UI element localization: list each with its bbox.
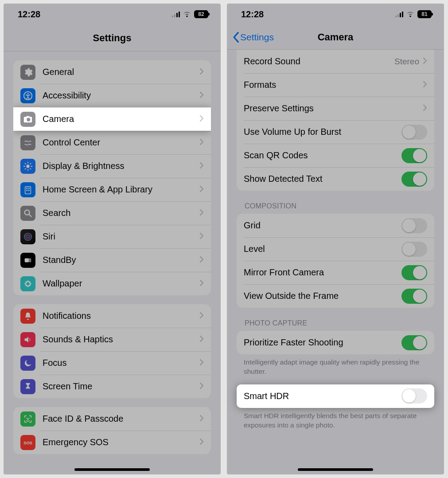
camera-row-outside-frame[interactable]: View Outside the Frame	[237, 284, 434, 308]
flower-icon	[20, 276, 35, 291]
settings-list[interactable]: General Accessibility Camera Control Cen…	[4, 51, 221, 474]
chevron-right-icon	[423, 104, 427, 113]
chevron-right-icon	[199, 68, 204, 77]
row-detail: Stereo	[394, 57, 419, 67]
row-label: Use Volume Up for Burst	[244, 127, 401, 137]
status-bar: 12:28 82	[4, 4, 221, 25]
row-label: Camera	[43, 114, 199, 124]
camera-row-grid[interactable]: Grid	[237, 214, 434, 237]
svg-rect-6	[28, 188, 30, 189]
camera-row-formats[interactable]: Formats	[237, 73, 434, 97]
page-title: Settings	[93, 32, 132, 44]
camera-row-qr[interactable]: Scan QR Codes	[237, 144, 434, 167]
settings-row-camera[interactable]: Camera	[13, 107, 211, 131]
row-label: Emergency SOS	[43, 437, 199, 447]
row-label: Display & Brightness	[43, 161, 199, 171]
row-label: Grid	[244, 220, 401, 231]
settings-row-sos[interactable]: SOS Emergency SOS	[13, 431, 211, 454]
home-indicator[interactable]	[298, 468, 373, 471]
settings-row-home-screen[interactable]: Home Screen & App Library	[13, 178, 211, 201]
settings-row-wallpaper[interactable]: Wallpaper	[13, 272, 211, 295]
camera-row-mirror[interactable]: Mirror Front Camera	[237, 261, 434, 284]
status-bar: 12:28 81	[227, 4, 444, 25]
toggle-switch[interactable]	[401, 289, 427, 304]
svg-point-17	[24, 282, 26, 284]
settings-group-2: Notifications Sounds & Haptics Focus Scr…	[13, 304, 211, 398]
chevron-right-icon	[199, 138, 204, 147]
settings-row-faceid[interactable]: Face ID & Passcode	[13, 407, 211, 431]
settings-row-sounds[interactable]: Sounds & Haptics	[13, 328, 211, 351]
camera-row-level[interactable]: Level	[237, 237, 434, 261]
siri-icon	[20, 229, 35, 244]
camera-group-main: Record Sound Stereo Formats Preserve Set…	[237, 50, 434, 191]
toggle-switch[interactable]	[401, 388, 427, 404]
sos-icon: SOS	[20, 435, 35, 450]
chevron-right-icon	[199, 279, 204, 288]
svg-point-15	[27, 280, 29, 282]
row-label: Scan QR Codes	[244, 150, 401, 161]
camera-row-preserve[interactable]: Preserve Settings	[237, 97, 434, 120]
chevron-right-icon	[199, 209, 204, 218]
row-label: Face ID & Passcode	[43, 414, 199, 424]
row-label: StandBy	[43, 255, 199, 265]
settings-screen: 12:28 82 Settings General Accessibility …	[4, 4, 221, 474]
row-label: Smart HDR	[244, 391, 401, 401]
row-label: Screen Time	[43, 381, 199, 392]
toggle-switch[interactable]	[401, 172, 427, 187]
camera-row-detected-text[interactable]: Show Detected Text	[237, 167, 434, 191]
toggle-switch[interactable]	[401, 335, 427, 350]
row-label: Focus	[43, 358, 199, 368]
svg-point-22	[29, 284, 31, 286]
row-label: Accessibility	[43, 90, 199, 101]
home-indicator[interactable]	[74, 468, 150, 471]
settings-row-general[interactable]: General	[13, 60, 211, 84]
svg-text:SOS: SOS	[23, 440, 32, 445]
settings-row-standby[interactable]: StandBy	[13, 248, 211, 272]
moon-icon	[20, 356, 35, 371]
accessibility-icon	[20, 88, 35, 103]
toggle-switch[interactable]	[401, 218, 427, 233]
row-label: Search	[43, 208, 199, 218]
toggle-switch[interactable]	[401, 125, 427, 140]
settings-row-screentime[interactable]: Screen Time	[13, 375, 211, 398]
svg-point-18	[29, 282, 31, 284]
faceid-icon	[20, 411, 35, 427]
photo-capture-header: Photo Capture	[245, 319, 426, 327]
chevron-right-icon	[199, 438, 204, 447]
settings-row-focus[interactable]: Focus	[13, 351, 211, 375]
camera-row-smarthdr[interactable]: Smart HDR	[237, 384, 434, 408]
settings-row-search[interactable]: Search	[13, 201, 211, 225]
svg-point-1	[27, 93, 29, 94]
chevron-right-icon	[199, 185, 204, 194]
camera-group-photo1: Prioritize Faster Shooting	[237, 331, 434, 354]
back-button[interactable]: Settings	[232, 25, 274, 49]
row-label: Siri	[43, 231, 199, 242]
cellular-icon	[395, 11, 403, 17]
camera-settings-list[interactable]: Record Sound Stereo Formats Preserve Set…	[227, 50, 444, 474]
svg-rect-5	[26, 188, 27, 189]
settings-row-accessibility[interactable]: Accessibility	[13, 84, 211, 107]
toggle-switch[interactable]	[401, 242, 427, 257]
bell-icon	[20, 309, 35, 324]
svg-point-16	[27, 285, 29, 287]
hourglass-icon	[20, 379, 35, 394]
settings-row-siri[interactable]: Siri	[13, 225, 211, 248]
photo2-footer: Smart HDR intelligently blends the best …	[244, 411, 427, 430]
row-label: General	[43, 67, 199, 77]
row-label: Notifications	[43, 311, 199, 321]
svg-point-23	[27, 282, 29, 284]
settings-row-display[interactable]: Display & Brightness	[13, 154, 211, 178]
camera-row-vol-up[interactable]: Use Volume Up for Burst	[237, 120, 434, 144]
chevron-right-icon	[199, 312, 204, 321]
settings-row-control-center[interactable]: Control Center	[13, 131, 211, 154]
toggle-switch[interactable]	[401, 265, 427, 280]
settings-row-notifications[interactable]: Notifications	[13, 304, 211, 328]
svg-point-20	[29, 281, 31, 283]
svg-rect-13	[25, 258, 29, 262]
toggle-switch[interactable]	[401, 148, 427, 163]
page-title: Camera	[318, 31, 354, 43]
chevron-right-icon	[199, 335, 204, 344]
camera-row-record-sound[interactable]: Record Sound Stereo	[237, 50, 434, 73]
camera-row-prioritize[interactable]: Prioritize Faster Shooting	[237, 331, 434, 354]
camera-group-smarthdr: Smart HDR	[237, 384, 434, 408]
